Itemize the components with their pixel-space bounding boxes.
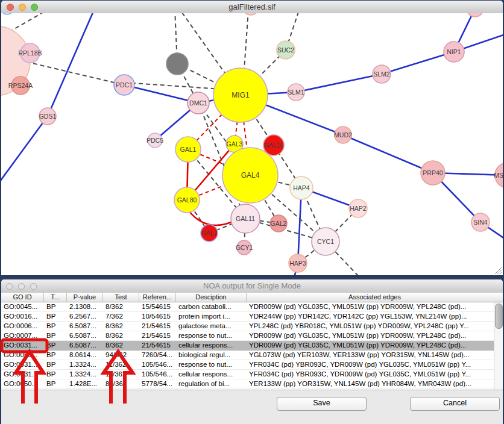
cell: GO:0050...	[1, 379, 44, 388]
node-RPL18B[interactable]	[20, 43, 40, 63]
table-row-5[interactable]: GO:0065...BP8.0614...94/3627260/54...bio…	[1, 351, 494, 360]
cell: GO:0031...	[1, 370, 44, 379]
node-HAP4[interactable]	[290, 176, 313, 199]
cell: GO:0031...	[1, 341, 44, 350]
cell: 21/54615	[139, 341, 176, 350]
cell: GO:0031...	[1, 360, 44, 369]
cell: YDR009W (pd) YGL035C, YML051W (pp) YDR00…	[247, 341, 494, 350]
node-SLM2[interactable]	[373, 65, 391, 83]
cell: 21/54615	[139, 331, 176, 340]
node-CYC1[interactable]	[312, 228, 339, 255]
table-row-8[interactable]: GO:0050...BP1.428E...80/3625778/54...reg…	[1, 379, 494, 389]
node-GAL2[interactable]	[270, 215, 287, 232]
node-SUC2[interactable]	[277, 41, 295, 59]
table-row-7[interactable]: GO:0031...BP1.3324...11/362105/546...cel…	[1, 370, 494, 379]
cell: 11/362	[103, 370, 139, 379]
cell: 80/362	[103, 379, 139, 388]
node-RPS24A[interactable]	[11, 76, 30, 95]
vertical-scrollbar[interactable]	[494, 302, 503, 390]
cell: 7260/54...	[139, 351, 176, 360]
node-top-cut[interactable]	[243, 13, 259, 15]
table-row-4[interactable]: GO:0031...BP6.5087...8/36221/54615cellul…	[1, 341, 494, 351]
cell: protein import i...	[176, 312, 247, 321]
node-GAL7[interactable]	[201, 225, 218, 242]
cell: GO:0007...	[1, 331, 44, 340]
table-row-1[interactable]: GO:0016...BP6.2567...7/36210/54615protei…	[1, 312, 494, 322]
save-button[interactable]: Save	[277, 397, 367, 411]
resize-grip[interactable]	[493, 266, 502, 275]
node-GAL4[interactable]	[222, 148, 278, 203]
node-MUD2[interactable]	[335, 126, 351, 143]
cell: 21/54615	[139, 322, 176, 331]
node-SIN4[interactable]	[471, 213, 490, 231]
cell: 8/362	[103, 322, 139, 331]
column-header-0[interactable]: GO ID	[1, 293, 44, 302]
cell: 6.2567...	[67, 312, 103, 321]
cell: 10/54615	[139, 312, 176, 321]
node-GAL11[interactable]	[231, 204, 260, 233]
edge-blue[interactable]	[1, 116, 48, 181]
table-row-3[interactable]: GO:0007...BP6.5087...8/36221/54615respon…	[1, 331, 494, 341]
node-GDS1[interactable]	[39, 108, 56, 125]
node-PDC1[interactable]	[114, 75, 134, 95]
network-window-titlebar[interactable]: galFiltered.sif	[1, 1, 503, 14]
node-DMC1[interactable]	[187, 92, 209, 114]
column-header-2[interactable]: P-value	[67, 293, 103, 302]
edge-blue[interactable]	[296, 74, 382, 92]
cell: galactose meta...	[176, 322, 247, 331]
node-GAL80[interactable]	[174, 187, 200, 213]
table-row-6[interactable]: GO:0031...BP1.3324...11/362105/546...res…	[1, 360, 494, 370]
cell: YDR009W (pd) YGL035C, YML051W (pp) YDR00…	[247, 302, 494, 311]
cell: response to nut...	[176, 331, 247, 340]
scrollbar-thumb[interactable]	[495, 304, 503, 329]
network-canvas[interactable]: RPL18BRPS24AGDS1PDC1PDC5DMC1MIG1SLM1SUC2…	[1, 13, 503, 275]
edge-gray[interactable]	[9, 13, 45, 32]
cell: YPL248C (pd) YBR018C, YML051W (pp) YDR00…	[247, 322, 494, 331]
node-HAP2[interactable]	[349, 199, 367, 217]
cell: 1.3324...	[67, 360, 103, 369]
column-header-4[interactable]: Referen...	[139, 293, 176, 302]
node-GCY1[interactable]	[237, 240, 251, 255]
table-row-2[interactable]: GO:0006...BP6.5087...8/36221/54615galact…	[1, 322, 494, 331]
node-NIP1[interactable]	[444, 42, 464, 62]
cancel-button[interactable]: Cancel	[410, 397, 500, 411]
network-window-title: galFiltered.sif	[1, 1, 503, 13]
node-PDC5[interactable]	[148, 133, 162, 148]
node-HAP3[interactable]	[289, 254, 307, 272]
cell: YDR009W (pd) YGL035C, YML051W (pp) YDR00…	[247, 331, 494, 340]
cell: 6.5087...	[67, 331, 103, 340]
cell: 8/362	[103, 331, 139, 340]
edge-blue[interactable]	[48, 13, 93, 116]
node-gray-node[interactable]	[166, 53, 188, 75]
column-header-6[interactable]: Associated edges	[247, 293, 503, 302]
column-header-5[interactable]: Desciption	[176, 293, 247, 302]
column-header-3[interactable]: Test	[103, 293, 139, 302]
cell: cellular respons...	[176, 341, 247, 350]
node-MIG1[interactable]	[213, 68, 268, 122]
table-body: GO:0045...BP2.1308...8/36215/54615carbon…	[1, 302, 494, 390]
node-PRP40[interactable]	[421, 161, 445, 185]
cell: BP	[44, 322, 67, 331]
edge-blue[interactable]	[382, 52, 454, 74]
node-SLM1[interactable]	[288, 84, 304, 101]
column-header-1[interactable]: T...	[44, 293, 67, 302]
cell: 105/546...	[139, 360, 176, 369]
table-header-row: GO IDT...P-valueTestReferen...Desciption…	[1, 293, 503, 302]
cell: 1.428E...	[67, 379, 103, 388]
cell: 8/362	[103, 341, 139, 350]
node-GAL1[interactable]	[175, 137, 201, 162]
cell: BP	[44, 360, 67, 369]
cell: 7/362	[103, 312, 139, 321]
table-row-0[interactable]: GO:0045...BP2.1308...8/36215/54615carbon…	[1, 302, 494, 312]
edge-blue[interactable]	[343, 135, 433, 173]
noa-window-titlebar[interactable]: NOA output for Single Mode	[1, 279, 503, 293]
cell: 8.0614...	[67, 351, 103, 360]
network-graph-svg: RPL18BRPS24AGDS1PDC1PDC5DMC1MIG1SLM1SUC2…	[1, 13, 503, 275]
cell: BP	[44, 331, 67, 340]
cell: 6.5087...	[67, 322, 103, 331]
cell: 6.5087...	[67, 341, 103, 350]
edge-blue[interactable]	[124, 85, 198, 103]
node-MSL1[interactable]	[495, 163, 503, 188]
node-topright-cut[interactable]	[467, 13, 484, 17]
node-topleft-cut[interactable]	[1, 13, 14, 14]
